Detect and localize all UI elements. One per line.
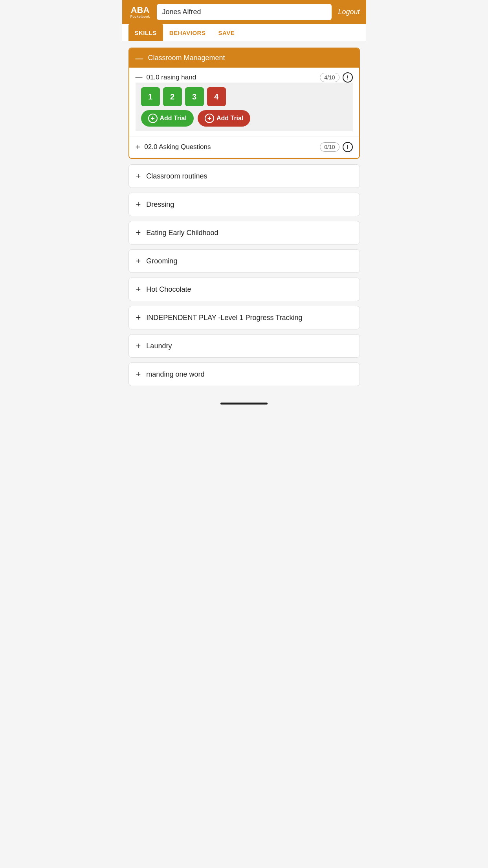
independent-play-label: INDEPENDENT PLAY -Level 1 Progress Track… [146,314,302,322]
category-laundry[interactable]: + Laundry [128,334,360,358]
tab-bar: SKILLS BEHAVIORS SAVE [122,24,366,41]
skill-02-expand-icon: + [136,143,141,151]
independent-play-expand-icon: + [136,313,141,322]
eating-expand-icon: + [136,228,141,237]
skill-01-trial-area: 1 2 3 4 + Add Trial + Add Trial [136,83,353,131]
logout-button[interactable]: Logout [336,8,360,16]
trial-button-4[interactable]: 4 [207,87,226,106]
add-trial-red-button[interactable]: + Add Trial [198,110,250,127]
laundry-label: Laundry [146,342,172,350]
home-indicator [122,397,366,408]
tab-save[interactable]: SAVE [212,24,241,41]
grooming-label: Grooming [146,257,177,265]
category-independent-play[interactable]: + INDEPENDENT PLAY -Level 1 Progress Tra… [128,306,360,329]
skill-01-score: 4/10 [320,73,339,82]
skill-01-left: — 01.0 rasing hand [136,74,196,81]
logo-aba-text: ABA [131,6,150,15]
app-header: ABA Pocketbook Logout [122,0,366,24]
add-trial-red-label: Add Trial [216,115,243,122]
tab-skills[interactable]: SKILLS [128,24,163,41]
grooming-expand-icon: + [136,257,141,265]
trial-button-3[interactable]: 3 [185,87,204,106]
hot-chocolate-label: Hot Chocolate [146,285,191,294]
dressing-label: Dressing [146,200,174,209]
skill-02-label: 02.0 Asking Questions [144,143,211,151]
classroom-routines-label: Classroom routines [146,172,207,180]
tab-behaviors[interactable]: BEHAVIORS [163,24,212,41]
category-label: Classroom Management [148,54,225,62]
skill-01-collapse-icon: — [136,74,143,81]
skill-02-right: 0/10 ! [320,142,352,152]
trial-buttons-row: 1 2 3 4 [141,87,347,106]
hot-chocolate-expand-icon: + [136,285,141,294]
trial-button-2[interactable]: 2 [163,87,182,106]
category-classroom-management-header[interactable]: — Classroom Management [129,48,359,68]
manding-label: manding one word [146,370,204,379]
skill-01-info-icon[interactable]: ! [343,72,353,83]
category-dressing[interactable]: + Dressing [128,193,360,216]
classroom-routines-expand-icon: + [136,172,141,180]
main-content: — Classroom Management — 01.0 rasing han… [122,41,366,397]
skill-02-score: 0/10 [320,142,339,152]
manding-expand-icon: + [136,370,141,379]
patient-name-input[interactable] [157,4,332,20]
category-hot-chocolate[interactable]: + Hot Chocolate [128,278,360,301]
skill-02-info-icon[interactable]: ! [343,142,353,152]
home-bar [220,403,268,405]
skill-01-label: 01.0 rasing hand [147,74,196,81]
category-eating-early-childhood[interactable]: + Eating Early Childhood [128,221,360,245]
trial-button-1[interactable]: 1 [141,87,160,106]
add-trial-green-label: Add Trial [160,115,187,122]
eating-label: Eating Early Childhood [146,229,218,237]
category-classroom-routines[interactable]: + Classroom routines [128,164,360,188]
category-manding-one-word[interactable]: + manding one word [128,362,360,386]
add-trial-green-icon: + [148,114,158,123]
dressing-expand-icon: + [136,200,141,209]
logo-sub-text: Pocketbook [130,15,150,18]
category-classroom-management: — Classroom Management — 01.0 rasing han… [128,48,360,159]
skill-01-right: 4/10 ! [320,72,352,83]
skill-item-01: — 01.0 rasing hand 4/10 ! 1 2 3 4 [129,68,359,136]
skill-item-02[interactable]: + 02.0 Asking Questions 0/10 ! [129,136,359,158]
laundry-expand-icon: + [136,342,141,350]
add-trial-green-button[interactable]: + Add Trial [141,110,194,127]
app-logo: ABA Pocketbook [128,6,152,18]
add-trial-row: + Add Trial + Add Trial [141,110,347,127]
skill-01-header[interactable]: — 01.0 rasing hand 4/10 ! [136,72,353,83]
skill-02-left: + 02.0 Asking Questions [136,143,211,151]
collapse-icon: — [136,54,143,62]
category-grooming[interactable]: + Grooming [128,249,360,273]
add-trial-red-icon: + [205,114,214,123]
